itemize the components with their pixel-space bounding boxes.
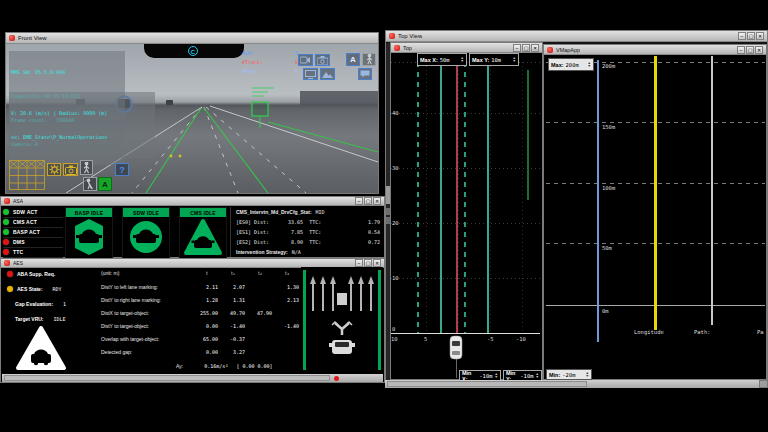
front-view-titlebar[interactable]: Front View bbox=[6, 33, 378, 44]
pedestrian-icon[interactable] bbox=[362, 53, 376, 66]
spinner-arrows-icon[interactable]: ▲▼ bbox=[461, 57, 464, 63]
close-button[interactable]: ✕ bbox=[373, 259, 381, 267]
eme-state-line: <<: EME_State\P_NormalOperation> bbox=[11, 133, 153, 141]
counter-label: #Ped: bbox=[242, 68, 257, 77]
status-dot bbox=[3, 249, 9, 255]
cms-row-es2: [ES2] Dist: 8.90 TTC: 0.72 bbox=[236, 239, 380, 245]
aeb-active-icon[interactable]: A bbox=[98, 177, 112, 191]
basp-idle-tile: BASP IDLE bbox=[65, 207, 113, 259]
aes-scrollbar[interactable] bbox=[2, 374, 383, 382]
x-tick: 10 bbox=[391, 336, 398, 342]
vmap-min-spinner[interactable]: Min: -20m ▲▼ bbox=[546, 369, 592, 380]
range-label: 0m bbox=[602, 308, 609, 314]
scrollbar-thumb[interactable] bbox=[387, 381, 587, 387]
lane-line-dashed bbox=[464, 62, 466, 333]
spinner-arrows-icon[interactable]: ▲▼ bbox=[536, 373, 539, 379]
maximize-button[interactable]: ▢ bbox=[364, 197, 372, 205]
close-button[interactable]: ✕ bbox=[531, 44, 539, 52]
cms-header: CMS_Intervtn_Md_DrvCfg_Stat: MID bbox=[236, 209, 325, 215]
display-icon[interactable] bbox=[303, 68, 318, 80]
path-label: Path: bbox=[694, 329, 711, 335]
spinner-arrows-icon[interactable]: ▲▼ bbox=[586, 372, 589, 378]
x-tick: -5 bbox=[487, 336, 494, 342]
top-title: Top bbox=[403, 45, 412, 51]
road-marker-dot bbox=[179, 155, 182, 158]
map-lane-white-line bbox=[711, 56, 713, 325]
camera-icon[interactable] bbox=[315, 54, 330, 66]
pedestrian-cane-icon[interactable] bbox=[83, 177, 97, 191]
gear-icon[interactable] bbox=[47, 163, 61, 176]
minimize-button[interactable]: – bbox=[355, 197, 363, 205]
spinner-arrows-icon[interactable]: ▲▼ bbox=[495, 373, 498, 379]
close-button[interactable]: ✕ bbox=[373, 197, 381, 205]
minimize-button[interactable]: – bbox=[738, 32, 746, 40]
distant-vehicle bbox=[166, 100, 173, 105]
front-view-title: Front View bbox=[18, 35, 47, 41]
vmap-max-spinner[interactable]: Max: 200m ▲▼ bbox=[548, 58, 594, 71]
status-dot bbox=[7, 286, 13, 292]
vmap-titlebar[interactable]: VMapApp – ▢ ✕ bbox=[544, 45, 766, 55]
range-label: 150m bbox=[602, 124, 615, 130]
gap-evaluation: Gap Evaluation: 1 bbox=[15, 301, 66, 307]
map-lane-blue-line bbox=[597, 60, 599, 342]
range-label: 50m bbox=[602, 245, 612, 251]
asa-titlebar[interactable]: ASA – ▢ ✕ bbox=[1, 197, 384, 206]
object-marker bbox=[337, 293, 347, 305]
left-lane-bar bbox=[303, 270, 306, 370]
right-pane-scrollbar[interactable] bbox=[385, 380, 768, 388]
max-y-spinner[interactable]: Max Y: 10m ▲▼ bbox=[469, 53, 519, 66]
calibration-grid-icon[interactable] bbox=[9, 160, 45, 190]
minimize-button[interactable]: – bbox=[513, 44, 521, 52]
hexagon-car-icon bbox=[66, 217, 112, 257]
chat-icon[interactable] bbox=[358, 68, 372, 80]
counter-label: #Track: bbox=[242, 59, 263, 68]
y-tick: 0 bbox=[392, 326, 395, 332]
cms-panel: CMS_Intervtn_Md_DrvCfg_Stat: MID [ES0] D… bbox=[230, 207, 384, 257]
ego-vehicle-icon bbox=[449, 335, 463, 360]
close-button[interactable]: ✕ bbox=[756, 32, 764, 40]
vehicle-state-overlay: V: 20.6 (m/s) | Radius: 9999 (m) <<: EME… bbox=[9, 92, 155, 158]
path2-label-clipped: Pa bbox=[757, 329, 766, 335]
lane-line-dashed bbox=[417, 62, 419, 333]
help-icon[interactable]: ? bbox=[115, 163, 129, 176]
asa-title: ASA bbox=[13, 198, 23, 204]
distant-building bbox=[300, 91, 378, 105]
maximize-button[interactable]: ▢ bbox=[747, 32, 755, 40]
app-icon bbox=[4, 198, 10, 204]
record-indicator-dot bbox=[334, 376, 339, 381]
status-dot bbox=[3, 209, 9, 215]
scrollbar-thumb[interactable] bbox=[4, 375, 330, 381]
terrain-icon[interactable] bbox=[320, 68, 335, 80]
minimize-button[interactable]: – bbox=[355, 259, 363, 267]
triangle-car-icon bbox=[180, 217, 226, 257]
top-titlebar[interactable]: Top – ▢ ✕ bbox=[391, 43, 542, 53]
app-icon bbox=[9, 35, 15, 41]
map-path-yellow-line bbox=[654, 56, 657, 330]
scrollbar-corner[interactable] bbox=[759, 380, 768, 388]
maximize-button[interactable]: ▢ bbox=[522, 44, 530, 52]
target-detection-box bbox=[252, 88, 274, 128]
status-ttc: TTC bbox=[3, 247, 63, 258]
ay-row: Ay: 0.16m/s² [ 0.00 0.00] bbox=[101, 359, 301, 372]
table-row: DistY to target-object: 0.00-1.40-1.40 bbox=[101, 319, 301, 332]
cms-footer: Intervention Strategy: N/A bbox=[236, 249, 301, 255]
max-x-spinner[interactable]: Max X: 50m ▲▼ bbox=[417, 53, 467, 66]
app-icon bbox=[4, 260, 10, 266]
grid-line bbox=[522, 62, 523, 333]
top-view-titlebar[interactable]: Top View – ▢ ✕ bbox=[386, 31, 767, 42]
maximize-button[interactable]: ▢ bbox=[746, 46, 754, 54]
spinner-arrows-icon[interactable]: ▲▼ bbox=[513, 57, 516, 63]
warning-triangle-car-icon bbox=[15, 325, 67, 371]
pedestrian-walk-icon[interactable] bbox=[80, 160, 93, 175]
guardrail-line bbox=[527, 70, 529, 200]
video-camera-icon[interactable] bbox=[298, 54, 313, 66]
minimize-button[interactable]: – bbox=[737, 46, 745, 54]
maximize-button[interactable]: ▢ bbox=[364, 259, 372, 267]
range-label: 200m bbox=[602, 63, 615, 69]
close-button[interactable]: ✕ bbox=[755, 46, 763, 54]
cms-idle-tile: CMS IDLE bbox=[179, 207, 227, 259]
spinner-arrows-icon[interactable]: ▲▼ bbox=[588, 62, 591, 68]
auto-mode-icon[interactable]: A bbox=[346, 53, 360, 66]
x-axis-line bbox=[391, 333, 540, 334]
camera-snapshot-icon[interactable] bbox=[63, 163, 78, 176]
